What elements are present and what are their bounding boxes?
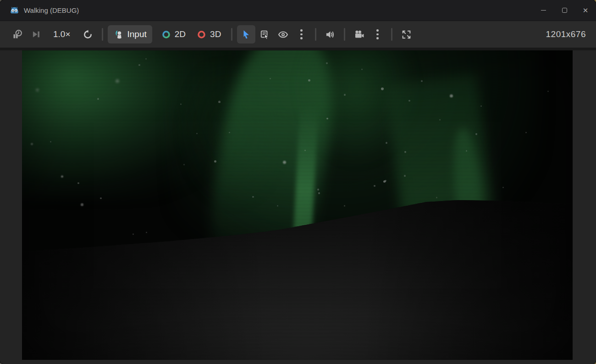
star bbox=[229, 132, 230, 133]
expand-fullscreen-icon bbox=[401, 29, 412, 40]
fullscreen-button[interactable] bbox=[397, 25, 415, 43]
star bbox=[383, 180, 386, 183]
star bbox=[50, 141, 51, 142]
input-mode-button[interactable]: Input bbox=[108, 25, 152, 43]
star bbox=[439, 119, 441, 120]
next-frame-button[interactable] bbox=[27, 25, 45, 43]
camera-2d-label: 2D bbox=[175, 29, 186, 39]
close-icon: ✕ bbox=[583, 7, 589, 14]
star bbox=[270, 78, 271, 79]
pause-button[interactable] bbox=[8, 25, 27, 43]
star bbox=[100, 197, 102, 199]
title-bar: Walking (DEBUG) ✕ bbox=[0, 0, 596, 21]
star bbox=[218, 101, 221, 103]
star bbox=[466, 150, 467, 152]
pointer-arrow-icon bbox=[241, 29, 251, 39]
star bbox=[386, 142, 387, 144]
2d-mode-icon bbox=[161, 30, 171, 39]
toolbar-separator bbox=[102, 28, 103, 41]
star bbox=[214, 160, 216, 163]
viewport-resolution-label: 1201x676 bbox=[546, 29, 586, 39]
star bbox=[374, 185, 375, 187]
minimize-icon bbox=[541, 10, 546, 11]
window-title: Walking (DEBUG) bbox=[24, 6, 533, 14]
input-cursor-icon bbox=[113, 29, 124, 40]
kebab-menu-icon bbox=[376, 29, 379, 39]
input-mode-label: Input bbox=[127, 29, 147, 39]
star bbox=[450, 94, 453, 98]
star bbox=[146, 232, 147, 233]
star bbox=[525, 132, 527, 133]
star bbox=[344, 94, 346, 96]
kebab-menu-icon bbox=[300, 29, 303, 39]
speaker-icon bbox=[325, 29, 336, 40]
pause-with-clock-icon bbox=[12, 29, 23, 40]
star bbox=[344, 205, 345, 206]
select-options-menu-button[interactable] bbox=[292, 25, 310, 43]
star bbox=[404, 175, 406, 177]
star bbox=[145, 58, 147, 60]
star bbox=[77, 182, 79, 184]
maximize-button[interactable] bbox=[554, 0, 575, 21]
godot-logo-icon bbox=[10, 5, 19, 15]
star bbox=[252, 196, 254, 198]
restart-button[interactable] bbox=[79, 25, 97, 43]
star bbox=[36, 88, 39, 92]
audio-mute-button[interactable] bbox=[321, 25, 339, 43]
star bbox=[317, 189, 319, 190]
star bbox=[97, 98, 99, 100]
star bbox=[326, 118, 328, 120]
3d-mode-icon bbox=[197, 30, 206, 39]
star bbox=[183, 164, 185, 165]
star bbox=[502, 187, 504, 188]
star bbox=[283, 161, 286, 164]
node-list-select-icon bbox=[259, 29, 270, 40]
next-frame-icon bbox=[31, 29, 41, 39]
star bbox=[31, 143, 33, 145]
camera-icon bbox=[354, 29, 364, 40]
camera-3d-button[interactable]: 3D bbox=[191, 25, 226, 43]
visibility-button[interactable] bbox=[274, 25, 292, 43]
toolbar-separator bbox=[344, 28, 345, 41]
star bbox=[408, 100, 410, 102]
star bbox=[81, 203, 83, 206]
toolbar-separator bbox=[231, 28, 232, 41]
star bbox=[404, 151, 406, 153]
restart-arrow-icon bbox=[83, 29, 93, 40]
star bbox=[116, 79, 119, 83]
camera-options-menu-button[interactable] bbox=[368, 25, 386, 43]
star bbox=[326, 62, 328, 64]
star bbox=[475, 133, 477, 135]
star bbox=[132, 234, 134, 235]
star bbox=[436, 197, 437, 198]
toolbar-separator bbox=[391, 28, 392, 41]
game-stage bbox=[0, 48, 596, 364]
star bbox=[361, 69, 363, 70]
minimize-button[interactable] bbox=[533, 0, 554, 21]
star bbox=[547, 91, 549, 92]
star bbox=[277, 205, 278, 206]
star bbox=[308, 79, 310, 81]
window-controls: ✕ bbox=[533, 0, 596, 21]
star bbox=[138, 64, 140, 66]
camera-2d-button[interactable]: 2D bbox=[156, 25, 191, 43]
star bbox=[61, 175, 63, 178]
maximize-icon bbox=[562, 8, 567, 13]
star bbox=[421, 80, 423, 82]
camera-override-button[interactable] bbox=[350, 25, 368, 43]
toolbar-separator bbox=[315, 28, 316, 41]
game-viewport[interactable] bbox=[22, 50, 573, 360]
close-button[interactable]: ✕ bbox=[575, 0, 596, 21]
camera-3d-label: 3D bbox=[210, 29, 221, 39]
eye-icon bbox=[278, 29, 288, 40]
star bbox=[196, 133, 198, 134]
select-mode-button[interactable] bbox=[237, 25, 255, 43]
debug-toolbar: 1.0× Input bbox=[0, 21, 596, 48]
speed-multiplier[interactable]: 1.0× bbox=[45, 29, 79, 39]
app-window: Walking (DEBUG) ✕ 1.0× bbox=[0, 0, 596, 364]
star bbox=[480, 105, 482, 107]
star bbox=[304, 150, 306, 151]
selection-list-button[interactable] bbox=[255, 25, 274, 43]
star bbox=[318, 192, 320, 194]
star bbox=[180, 103, 182, 105]
